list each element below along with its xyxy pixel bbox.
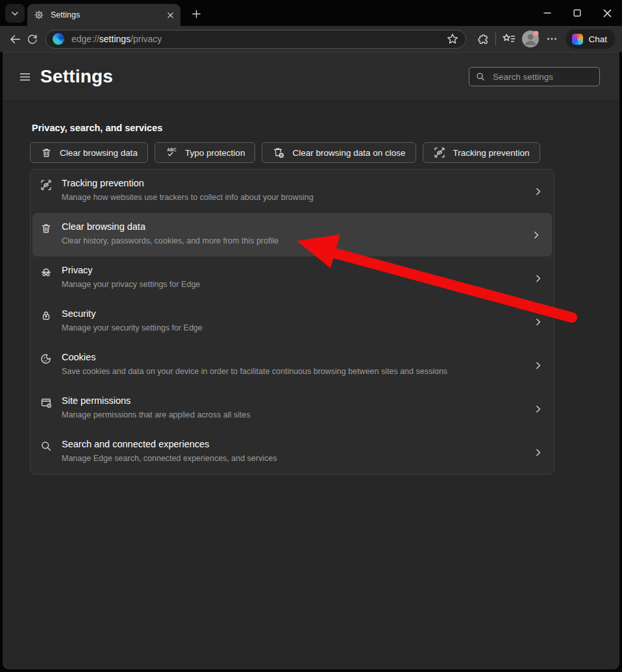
list-item-title: Tracking prevention [62, 178, 314, 189]
quick-actions-row: Clear browsing data ABC Typo protection [30, 142, 619, 163]
trash-close-icon [272, 146, 285, 159]
chevron-right-icon [532, 185, 545, 198]
list-item-title: Privacy [62, 265, 200, 276]
tracking-prevention-button[interactable]: Tracking prevention [423, 142, 540, 163]
settings-search-box[interactable] [469, 67, 600, 86]
typo-protection-button[interactable]: ABC Typo protection [155, 142, 255, 163]
title-bar: Settings [0, 0, 622, 26]
clear-browsing-data-button[interactable]: Clear browsing data [30, 142, 148, 163]
cookie-icon [40, 353, 53, 366]
ellipsis-icon [546, 33, 558, 45]
minimize-icon [543, 9, 551, 17]
clear-browsing-data-on-close-button[interactable]: Clear browsing data on close [262, 142, 416, 163]
tracking-prevention-icon [40, 179, 53, 192]
button-label: Clear browsing data on close [292, 148, 405, 158]
search-icon [475, 71, 486, 82]
button-label: Clear browsing data [60, 148, 138, 158]
menu-hamburger-icon[interactable] [19, 71, 31, 82]
chevron-right-icon [532, 272, 545, 285]
favorites-button[interactable] [501, 29, 517, 49]
list-item-cookies[interactable]: Cookies Save cookies and data on your de… [31, 343, 554, 387]
close-window-button[interactable] [592, 0, 622, 26]
url-host: settings [99, 34, 131, 44]
section-heading: Privacy, search, and services [32, 123, 619, 133]
settings-list-card: Tracking prevention Manage how websites … [30, 169, 554, 475]
browser-toolbar: edge://settings/privacy [0, 26, 622, 52]
settings-content: Privacy, search, and services Clear brow… [3, 101, 619, 475]
settings-header: Settings [3, 53, 619, 101]
minimize-button[interactable] [532, 0, 562, 26]
button-label: Tracking prevention [453, 148, 530, 158]
address-bar[interactable]: edge://settings/privacy [45, 30, 466, 49]
copilot-chat-button[interactable]: Chat [566, 29, 616, 49]
tab-close-icon[interactable] [167, 12, 174, 19]
list-item-search-connected-experiences[interactable]: Search and connected experiences Manage … [31, 430, 554, 474]
favorites-star-list-icon [502, 32, 516, 46]
profile-notification-badge [534, 31, 539, 36]
list-item-privacy[interactable]: Privacy Manage your privacy settings for… [31, 256, 554, 300]
list-item-clear-browsing-data[interactable]: Clear browsing data Clear history, passw… [32, 213, 552, 256]
list-item-site-permissions[interactable]: Site permissions Manage permissions that… [31, 387, 554, 430]
list-item-description: Clear history, passwords, cookies, and m… [62, 236, 279, 245]
new-tab-button[interactable] [188, 6, 204, 21]
list-item-title: Cookies [62, 352, 447, 363]
list-item-tracking-prevention[interactable]: Tracking prevention Manage how websites … [31, 169, 554, 213]
list-item-description: Manage how websites use trackers to coll… [62, 193, 314, 202]
plus-icon [192, 9, 201, 19]
toolbar-divider [495, 32, 496, 45]
incognito-icon [40, 266, 53, 279]
list-item-security[interactable]: Security Manage your security settings f… [31, 300, 554, 343]
site-permissions-icon [40, 396, 53, 409]
extensions-puzzle-icon [476, 32, 490, 46]
profile-avatar[interactable] [521, 30, 540, 48]
chevron-right-icon [532, 446, 545, 459]
chevron-right-icon [532, 316, 545, 329]
edge-logo-icon [53, 33, 64, 45]
close-icon [603, 9, 612, 18]
url-scheme: edge:// [71, 34, 99, 44]
list-item-description: Manage permissions that are applied acro… [62, 410, 250, 419]
svg-text:ABC: ABC [167, 147, 177, 152]
list-item-description: Manage Edge search, connected experience… [62, 454, 277, 463]
chat-label: Chat [588, 34, 607, 44]
back-button[interactable] [6, 29, 23, 49]
lock-icon [40, 309, 53, 322]
chevron-right-icon [532, 403, 545, 416]
chevron-down-icon [10, 9, 19, 18]
search-settings-input[interactable] [491, 71, 593, 82]
trash-icon [40, 222, 53, 235]
window-controls [532, 0, 622, 26]
button-label: Typo protection [185, 148, 245, 158]
page-title: Settings [40, 66, 113, 87]
refresh-icon [26, 33, 38, 45]
copilot-icon [572, 34, 583, 45]
list-item-title: Clear browsing data [62, 221, 279, 232]
tab-title: Settings [51, 10, 167, 19]
list-item-description: Manage your privacy settings for Edge [62, 280, 200, 289]
list-item-title: Security [62, 308, 203, 319]
list-item-description: Save cookies and data on your device in … [62, 367, 447, 376]
back-arrow-icon [8, 32, 22, 46]
chevron-right-icon [530, 229, 543, 242]
settings-page: Settings Privacy, search, and services C… [3, 52, 619, 669]
search-icon [40, 440, 53, 453]
url-text: edge://settings/privacy [71, 34, 441, 44]
extensions-button[interactable] [474, 29, 491, 49]
gear-icon [34, 10, 44, 20]
url-path: /privacy [131, 34, 162, 44]
tracking-prevention-icon [433, 146, 446, 159]
maximize-button[interactable] [562, 0, 592, 26]
browser-tab-settings[interactable]: Settings [27, 4, 180, 26]
chevron-right-icon [532, 359, 545, 372]
maximize-icon [573, 9, 581, 17]
list-item-title: Site permissions [62, 395, 250, 406]
favorite-star-icon[interactable] [446, 32, 459, 45]
list-item-title: Search and connected experiences [62, 439, 277, 450]
list-item-description: Manage your security settings for Edge [62, 323, 203, 332]
typo-protection-icon: ABC [165, 146, 178, 159]
refresh-button[interactable] [23, 29, 40, 49]
tab-search-button[interactable] [5, 4, 25, 23]
trash-icon [40, 147, 53, 159]
more-menu-button[interactable] [543, 29, 560, 49]
